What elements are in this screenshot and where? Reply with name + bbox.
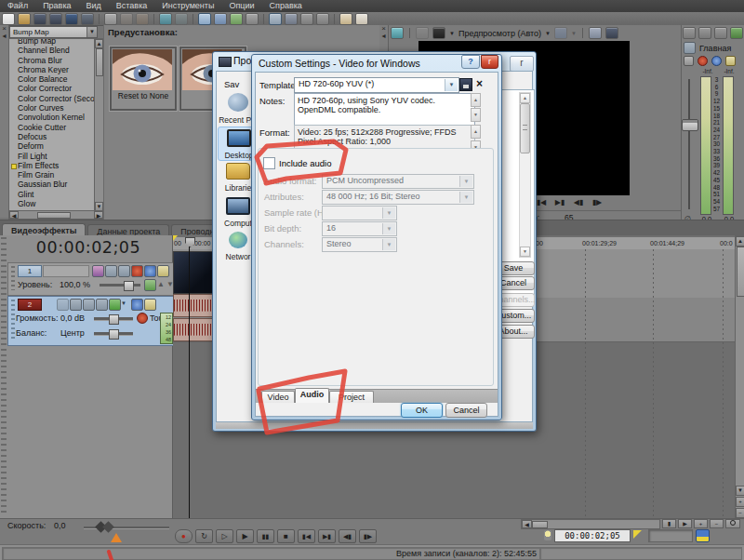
play-button[interactable]: ▶ (236, 529, 254, 543)
zoom-tool-icon[interactable] (725, 519, 740, 528)
template-dropdown[interactable]: HD 720-60p YUV (*) ▼ (294, 77, 459, 93)
effect-list-item[interactable]: Color Curves (9, 103, 95, 113)
chevron-down-icon[interactable]: ▼ (86, 27, 97, 37)
timeline-hscrollbar[interactable]: ◀ (521, 519, 660, 529)
pin-icon[interactable]: ◂ (379, 33, 388, 40)
effect-list-item[interactable]: Film Effects (9, 161, 95, 170)
audio-clip[interactable] (173, 294, 214, 317)
playhead-cursor[interactable] (189, 237, 190, 518)
selection-length-field[interactable] (648, 529, 693, 542)
tab-video[interactable]: Video (261, 391, 295, 403)
capture-video-icon[interactable] (65, 13, 78, 25)
scrollbar-thumb[interactable] (532, 521, 548, 528)
chevron-down-icon[interactable]: ▼ (449, 31, 455, 36)
preview-mode-dropdown[interactable]: Предпросмотр (Авто) (458, 29, 541, 38)
record-button[interactable]: ● (175, 529, 193, 543)
enable-snapping-icon[interactable] (269, 13, 282, 25)
scroll-down-icon[interactable]: ▼ (736, 486, 744, 496)
save-snapshot-icon[interactable] (605, 27, 618, 39)
paste-icon[interactable] (136, 13, 149, 25)
scrollbar-thumb[interactable] (96, 48, 103, 76)
auto-ripple-icon[interactable] (285, 13, 298, 25)
volume-slider-handle[interactable] (109, 314, 119, 325)
interactive-tutorials-icon[interactable] (339, 13, 352, 25)
effect-list-item[interactable]: Convolution Kernel (9, 113, 95, 122)
undo-icon[interactable] (159, 13, 172, 25)
effect-list-item[interactable]: Deform (9, 141, 95, 151)
track-fx-icon[interactable] (83, 299, 95, 311)
zoom-out-time-icon[interactable]: − (710, 519, 724, 528)
effect-list-item[interactable]: Chroma Blur (9, 56, 95, 65)
effect-list-item[interactable]: Color Corrector (9, 84, 95, 93)
scroll-right-icon[interactable]: ▶ (94, 211, 103, 219)
notes-field[interactable]: HD 720-60p, using Sony YUV codec. OpenDM… (294, 93, 475, 127)
effect-list-item[interactable]: Glow (9, 199, 95, 208)
zoom-out-vertical-icon[interactable]: − (736, 508, 744, 518)
tab-audio[interactable]: Audio (295, 388, 329, 403)
master-fader-handle[interactable] (682, 119, 698, 131)
track-grip[interactable] (11, 266, 15, 290)
scrollbar-thumb[interactable] (737, 247, 744, 297)
timeline-vscrollbar[interactable]: ▲ ▼ + − (735, 235, 744, 520)
mixer-view-icon[interactable] (683, 27, 696, 39)
effect-list-item[interactable]: Defocus (9, 132, 95, 141)
cut-icon[interactable] (104, 13, 117, 25)
menu-item[interactable]: Справка (262, 0, 310, 12)
project-properties-icon[interactable] (81, 13, 94, 25)
effects-list-hscrollbar[interactable]: ◀ ▶ (8, 210, 104, 220)
insert-assignable-fx-icon[interactable] (109, 299, 121, 311)
zoom-in-vertical-icon[interactable]: + (736, 497, 744, 507)
close-button[interactable]: r (481, 55, 498, 69)
menu-item[interactable]: Файл (0, 0, 35, 12)
new-project-icon[interactable] (2, 13, 15, 25)
next-frame-button[interactable]: ▮▶ (359, 529, 377, 543)
mute-icon[interactable] (711, 56, 722, 66)
notes-scroll[interactable]: ▲ ▼ (471, 93, 480, 122)
go-to-start-button[interactable]: ▮◀ (298, 529, 315, 543)
redo-icon[interactable] (175, 13, 188, 25)
level-slider-track[interactable] (100, 284, 140, 287)
bus-gear-icon[interactable] (698, 56, 708, 66)
scroll-down-icon[interactable]: ▼ (471, 108, 481, 122)
external-control-icon[interactable] (696, 529, 710, 542)
scroll-up-icon[interactable]: ▲ (471, 125, 481, 139)
envelope-edit-tool-icon[interactable] (214, 13, 227, 25)
track-motion-icon[interactable] (105, 265, 117, 277)
effect-list-item[interactable]: Fill Light (9, 152, 95, 161)
automation-gear-icon[interactable] (137, 313, 148, 324)
loop-playback-button[interactable]: ↻ (195, 529, 213, 543)
cancel-button[interactable]: Cancel (445, 403, 487, 418)
go-end-icon[interactable]: ▶▮ (553, 196, 566, 208)
render-as-icon[interactable] (49, 13, 62, 25)
zoom-edit-tool-icon[interactable] (246, 13, 259, 25)
solo-icon[interactable] (725, 56, 736, 66)
dim-output-icon[interactable] (714, 27, 727, 39)
scroll-up-icon[interactable]: ▲ (736, 236, 744, 247)
zoom-in-time-icon[interactable]: + (694, 519, 708, 528)
solo-icon[interactable] (144, 299, 156, 311)
scrollbar-thumb[interactable] (520, 103, 530, 153)
preset-thumbnail-reset-to-none[interactable]: Reset to None (110, 47, 177, 111)
video-clip[interactable] (173, 251, 214, 294)
edit-timecode-display[interactable]: 00:00:02;05 (9, 238, 167, 257)
scroll-up-icon[interactable]: ▲ (520, 93, 530, 103)
downmix-output-icon[interactable] (698, 27, 711, 39)
pause-button[interactable]: ▮▮ (257, 529, 274, 543)
menu-item[interactable]: Правка (35, 0, 78, 12)
menu-item[interactable]: Вставка (109, 0, 154, 12)
track-header-2[interactable]: 2 ▼ Громкость: 0,0 dB Touch ▼ Баланс: Це… (7, 296, 174, 346)
pin-icon[interactable]: ◂ (0, 33, 8, 40)
effect-selector-dropdown[interactable]: Bump Map ▼ (9, 26, 98, 38)
effect-list-item[interactable]: Glint (9, 190, 95, 199)
record-arm-icon[interactable] (57, 299, 69, 311)
open-icon[interactable] (18, 13, 31, 25)
scroll-right-icon[interactable]: ▶ (678, 519, 692, 528)
selection-edit-tool-icon[interactable] (230, 13, 243, 25)
scroll-up-icon[interactable]: ▲ (471, 93, 481, 107)
save-template-icon[interactable] (459, 78, 472, 91)
effect-list-item[interactable]: Bump Map (9, 38, 95, 46)
tab-project[interactable]: Project (329, 391, 374, 403)
track-header-1[interactable]: 1 Уровень: 100,0 % ▲ ▼ (7, 262, 174, 296)
external-monitor-icon[interactable] (391, 27, 404, 39)
track-fx-icon[interactable] (92, 265, 104, 277)
